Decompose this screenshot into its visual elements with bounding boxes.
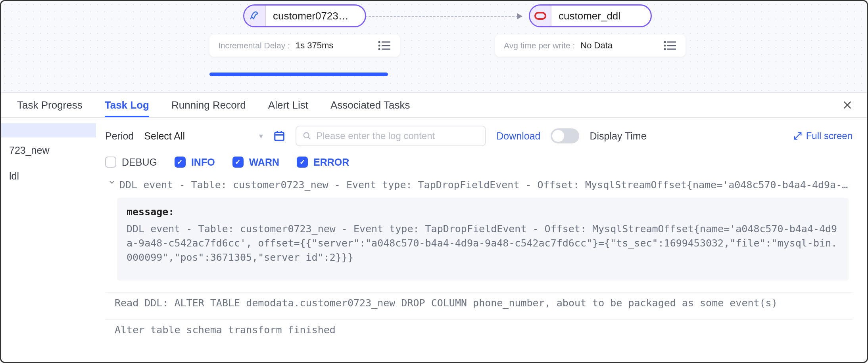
log-line[interactable]: Alter table schema transform finished — [105, 319, 853, 346]
log-line[interactable]: Read DDL: ALTER TABLE demodata.customer0… — [105, 292, 853, 319]
svg-point-4 — [378, 48, 380, 50]
display-time-label: Display Time — [590, 130, 646, 142]
log-search[interactable] — [296, 126, 486, 146]
svg-point-9 — [664, 45, 666, 47]
level-info[interactable]: ✓ INFO — [175, 157, 215, 168]
period-select[interactable]: Select All ▾ — [144, 130, 263, 142]
display-time-toggle[interactable] — [551, 128, 579, 143]
log-message-block: message: DDL event - Table: customer0723… — [117, 198, 849, 281]
svg-rect-6 — [535, 13, 545, 19]
expand-icon — [793, 132, 802, 140]
source-stat-card: Incremental Delay : 1s 375ms — [209, 34, 400, 57]
level-error[interactable]: ✓ ERROR — [297, 157, 349, 168]
calendar-icon[interactable] — [273, 130, 285, 142]
source-label: customer0723… — [266, 10, 365, 22]
tabs-bar: Task Progress Task Log Running Record Al… — [1, 92, 867, 118]
list-icon[interactable] — [378, 40, 391, 51]
level-warn[interactable]: ✓ WARN — [232, 157, 279, 168]
source-stat-value: 1s 375ms — [296, 40, 378, 51]
log-line-text: Read DDL: ALTER TABLE demodata.customer0… — [115, 296, 778, 310]
level-error-label: ERROR — [313, 157, 349, 168]
log-entry-expanded[interactable]: DDL event - Table: customer0723_new - Ev… — [105, 176, 853, 195]
lower-panel: 723_new ldl Period Select All ▾ — [1, 118, 867, 362]
tab-associated-tasks[interactable]: Associated Tasks — [330, 93, 410, 117]
target-stat-label: Avg time per write : — [504, 41, 575, 50]
search-icon — [303, 132, 311, 140]
download-link[interactable]: Download — [496, 130, 540, 142]
tab-task-log[interactable]: Task Log — [105, 93, 149, 117]
checkbox-checked-icon: ✓ — [297, 157, 308, 168]
log-sidebar: 723_new ldl — [1, 118, 96, 362]
source-progress-bar — [209, 73, 388, 76]
log-summary: DDL event - Table: customer0723_new - Ev… — [119, 178, 849, 192]
level-debug[interactable]: DEBUG — [105, 157, 157, 168]
chevron-down-icon[interactable] — [108, 179, 115, 186]
period-label: Period — [105, 130, 134, 142]
target-stat-value: No Data — [580, 40, 663, 51]
svg-point-17 — [304, 133, 309, 138]
log-message-body: DDL event - Table: customer0723_new - Ev… — [127, 222, 839, 265]
svg-point-2 — [378, 45, 380, 47]
level-debug-label: DEBUG — [122, 157, 157, 168]
log-search-input[interactable] — [316, 130, 479, 141]
target-label: customer_ddl — [551, 10, 651, 22]
oracle-icon — [530, 6, 551, 26]
sidebar-item-0[interactable] — [1, 123, 96, 138]
source-node[interactable]: customer0723… Incremental Delay : 1s 375… — [209, 4, 400, 57]
sidebar-item-1[interactable]: 723_new — [1, 138, 96, 163]
svg-rect-13 — [275, 132, 284, 140]
level-info-label: INFO — [191, 157, 215, 168]
tab-running-record[interactable]: Running Record — [171, 93, 246, 117]
close-icon[interactable] — [840, 97, 855, 113]
log-message-header: message: — [127, 205, 839, 219]
log-area[interactable]: DDL event - Table: customer0723_new - Ev… — [105, 176, 853, 362]
chevron-down-icon: ▾ — [259, 131, 263, 141]
source-stat-label: Incremental Delay : — [218, 41, 290, 50]
svg-point-0 — [378, 41, 380, 43]
toggle-knob — [552, 130, 564, 142]
tab-alert-list[interactable]: Alert List — [268, 93, 308, 117]
svg-point-7 — [664, 41, 666, 43]
flow-canvas[interactable]: customer0723… Incremental Delay : 1s 375… — [1, 1, 867, 92]
target-stat-card: Avg time per write : No Data — [495, 34, 686, 57]
tab-task-progress[interactable]: Task Progress — [17, 93, 83, 117]
mysql-icon — [244, 6, 266, 26]
log-main-panel: Period Select All ▾ Downl — [96, 118, 867, 362]
checkbox-checked-icon: ✓ — [175, 157, 186, 168]
checkbox-empty-icon — [105, 157, 116, 168]
svg-point-11 — [664, 48, 666, 50]
target-pill[interactable]: customer_ddl — [529, 4, 652, 27]
level-warn-label: WARN — [249, 157, 279, 168]
target-node[interactable]: customer_ddl Avg time per write : No Dat… — [495, 4, 686, 57]
period-select-value: Select All — [144, 130, 185, 142]
sidebar-item-2[interactable]: ldl — [1, 163, 96, 189]
checkbox-checked-icon: ✓ — [232, 157, 244, 168]
fullscreen-label: Full screen — [806, 130, 853, 141]
source-pill[interactable]: customer0723… — [243, 4, 366, 27]
log-toolbar: Period Select All ▾ Downl — [105, 125, 853, 147]
fullscreen-button[interactable]: Full screen — [793, 130, 853, 141]
level-filter-row: DEBUG ✓ INFO ✓ WARN ✓ ERROR — [105, 153, 853, 172]
log-line-text: Alter table schema transform finished — [115, 323, 336, 337]
list-icon[interactable] — [663, 40, 677, 51]
svg-line-18 — [308, 137, 311, 139]
